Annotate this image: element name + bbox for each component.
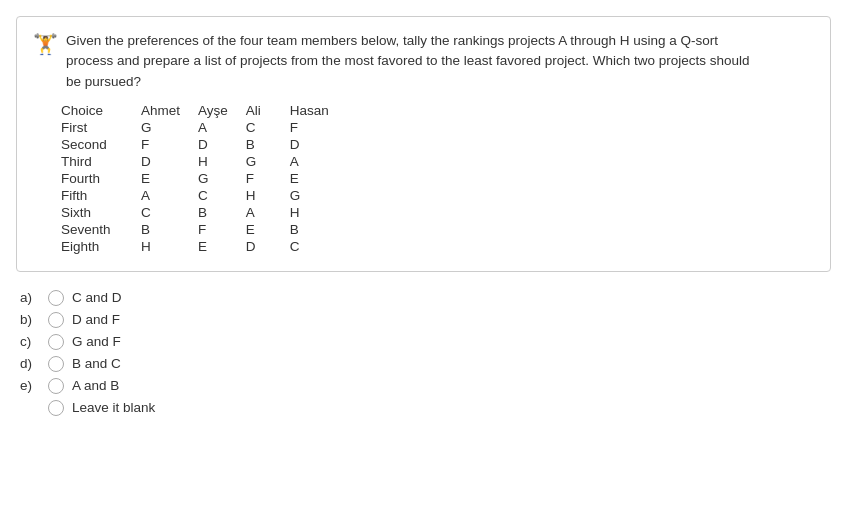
table-cell: B — [141, 221, 198, 238]
radio-e[interactable] — [48, 378, 64, 394]
table-cell: Sixth — [61, 204, 141, 221]
question-line1: Given the preferences of the four team m… — [66, 33, 718, 48]
answer-label-a: a) — [20, 290, 40, 305]
answer-text-a: C and D — [72, 290, 122, 305]
radio-d[interactable] — [48, 356, 64, 372]
radio-a[interactable] — [48, 290, 64, 306]
answer-label-c: c) — [20, 334, 40, 349]
answer-row-e: e)A and B — [20, 378, 831, 394]
table-cell: G — [246, 153, 290, 170]
table-cell: B — [198, 204, 246, 221]
leave-blank-row: Leave it blank — [48, 400, 831, 416]
table-cell: D — [198, 136, 246, 153]
answer-label-b: b) — [20, 312, 40, 327]
answer-row-c: c)G and F — [20, 334, 831, 350]
table-cell: Fourth — [61, 170, 141, 187]
table-row: FirstGACF — [61, 119, 347, 136]
table-cell: F — [246, 170, 290, 187]
table-cell: A — [290, 153, 347, 170]
table-cell: H — [290, 204, 347, 221]
answer-label-d: d) — [20, 356, 40, 371]
table-row: SecondFDBD — [61, 136, 347, 153]
leave-blank-text: Leave it blank — [72, 400, 155, 415]
table-cell: D — [246, 238, 290, 255]
table-cell: Third — [61, 153, 141, 170]
col-header-ali: Ali — [246, 102, 290, 119]
table-cell: A — [141, 187, 198, 204]
table-cell: Eighth — [61, 238, 141, 255]
table-cell: A — [246, 204, 290, 221]
radio-b[interactable] — [48, 312, 64, 328]
radio-c[interactable] — [48, 334, 64, 350]
answer-text-e: A and B — [72, 378, 119, 393]
table-cell: H — [246, 187, 290, 204]
table-cell: Second — [61, 136, 141, 153]
col-header-hasan: Hasan — [290, 102, 347, 119]
question-block: 🏋 Given the preferences of the four team… — [16, 16, 831, 272]
table-cell: A — [198, 119, 246, 136]
table-cell: G — [141, 119, 198, 136]
table-cell: F — [198, 221, 246, 238]
table-cell: B — [290, 221, 347, 238]
table-cell: C — [290, 238, 347, 255]
table-cell: B — [246, 136, 290, 153]
table-cell: D — [141, 153, 198, 170]
table-cell: Fifth — [61, 187, 141, 204]
question-text: Given the preferences of the four team m… — [66, 31, 750, 92]
table-cell: H — [198, 153, 246, 170]
answer-text-c: G and F — [72, 334, 121, 349]
answer-row-b: b)D and F — [20, 312, 831, 328]
table-cell: C — [246, 119, 290, 136]
ranking-table-container: Choice Ahmet Ayşe Ali Hasan FirstGACFSec… — [61, 102, 814, 255]
table-row: EighthHEDC — [61, 238, 347, 255]
table-cell: E — [246, 221, 290, 238]
table-cell: First — [61, 119, 141, 136]
radio-leave-blank[interactable] — [48, 400, 64, 416]
table-cell: E — [141, 170, 198, 187]
table-cell: E — [290, 170, 347, 187]
table-cell: G — [198, 170, 246, 187]
ranking-table: Choice Ahmet Ayşe Ali Hasan FirstGACFSec… — [61, 102, 347, 255]
table-row: FourthEGFE — [61, 170, 347, 187]
answer-row-a: a)C and D — [20, 290, 831, 306]
table-cell: G — [290, 187, 347, 204]
col-header-ayse: Ayşe — [198, 102, 246, 119]
answer-text-b: D and F — [72, 312, 120, 327]
table-row: ThirdDHGA — [61, 153, 347, 170]
answer-text-d: B and C — [72, 356, 121, 371]
col-header-ahmet: Ahmet — [141, 102, 198, 119]
table-row: SeventhBFEB — [61, 221, 347, 238]
table-cell: F — [290, 119, 347, 136]
table-cell: H — [141, 238, 198, 255]
table-cell: C — [141, 204, 198, 221]
answer-row-d: d)B and C — [20, 356, 831, 372]
table-cell: D — [290, 136, 347, 153]
question-line3: be pursued? — [66, 74, 141, 89]
table-row: FifthACHG — [61, 187, 347, 204]
question-header: 🏋 Given the preferences of the four team… — [33, 31, 814, 92]
table-header-row: Choice Ahmet Ayşe Ali Hasan — [61, 102, 347, 119]
col-header-choice: Choice — [61, 102, 141, 119]
question-icon: 🏋 — [33, 32, 58, 56]
table-row: SixthCBAH — [61, 204, 347, 221]
table-cell: Seventh — [61, 221, 141, 238]
table-cell: F — [141, 136, 198, 153]
table-cell: E — [198, 238, 246, 255]
answer-label-e: e) — [20, 378, 40, 393]
table-cell: C — [198, 187, 246, 204]
answers-block: a)C and Db)D and Fc)G and Fd)B and Ce)A … — [16, 290, 831, 416]
question-line2: process and prepare a list of projects f… — [66, 53, 750, 68]
